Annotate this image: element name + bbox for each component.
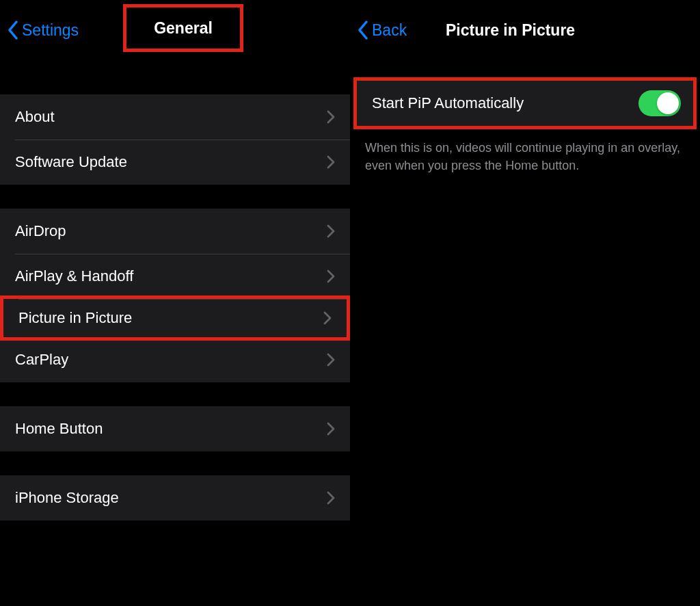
back-label: Settings xyxy=(22,21,79,40)
chevron-right-icon xyxy=(327,422,335,436)
row-label: iPhone Storage xyxy=(15,489,119,507)
pip-footer-description: When this is on, videos will continue pl… xyxy=(350,129,700,174)
page-title-pip: Picture in Picture xyxy=(446,21,700,40)
chevron-right-icon xyxy=(327,269,335,283)
chevron-left-icon xyxy=(7,21,19,40)
chevron-right-icon xyxy=(323,311,332,325)
start-pip-toggle[interactable] xyxy=(638,90,681,116)
row-picture-in-picture[interactable]: Picture in Picture xyxy=(0,295,350,341)
row-carplay[interactable]: CarPlay xyxy=(0,337,350,382)
row-label: Start PiP Automatically xyxy=(372,94,524,112)
row-label: Home Button xyxy=(15,420,103,438)
row-about[interactable]: About xyxy=(0,94,350,140)
page-title-general: General xyxy=(123,4,243,52)
toggle-knob xyxy=(657,92,679,114)
row-iphone-storage[interactable]: iPhone Storage xyxy=(0,475,350,521)
nav-bar-pip: Back Picture in Picture xyxy=(350,0,700,60)
back-label: Back xyxy=(372,21,407,40)
page-title-text: Picture in Picture xyxy=(446,21,575,39)
row-airplay-handoff[interactable]: AirPlay & Handoff xyxy=(0,254,350,299)
group-about: About Software Update xyxy=(0,94,350,185)
row-label: AirPlay & Handoff xyxy=(15,267,133,285)
row-label: Software Update xyxy=(15,153,127,171)
group-connectivity: AirDrop AirPlay & Handoff Picture in Pic… xyxy=(0,209,350,382)
pip-settings-panel: Back Picture in Picture Start PiP Automa… xyxy=(350,0,700,606)
general-settings-panel: Settings General About Software Update A… xyxy=(0,0,350,606)
row-label: About xyxy=(15,108,55,126)
chevron-right-icon xyxy=(327,155,335,169)
back-to-settings-button[interactable]: Settings xyxy=(0,21,79,40)
row-start-pip-automatically[interactable]: Start PiP Automatically xyxy=(357,81,693,126)
highlighted-pip-toggle: Start PiP Automatically xyxy=(353,77,697,129)
row-airdrop[interactable]: AirDrop xyxy=(0,209,350,254)
page-title-text: General xyxy=(154,19,213,38)
group-storage: iPhone Storage xyxy=(0,475,350,521)
row-label: Picture in Picture xyxy=(18,309,132,327)
chevron-right-icon xyxy=(327,110,335,124)
chevron-right-icon xyxy=(327,224,335,238)
nav-bar-general: Settings General xyxy=(0,0,350,60)
chevron-left-icon xyxy=(357,21,369,40)
row-label: AirDrop xyxy=(15,222,66,240)
row-label: CarPlay xyxy=(15,351,68,369)
back-button[interactable]: Back xyxy=(350,21,407,40)
chevron-right-icon xyxy=(327,353,335,367)
chevron-right-icon xyxy=(327,491,335,505)
row-home-button[interactable]: Home Button xyxy=(0,406,350,451)
row-software-update[interactable]: Software Update xyxy=(0,140,350,185)
group-home-button: Home Button xyxy=(0,406,350,451)
